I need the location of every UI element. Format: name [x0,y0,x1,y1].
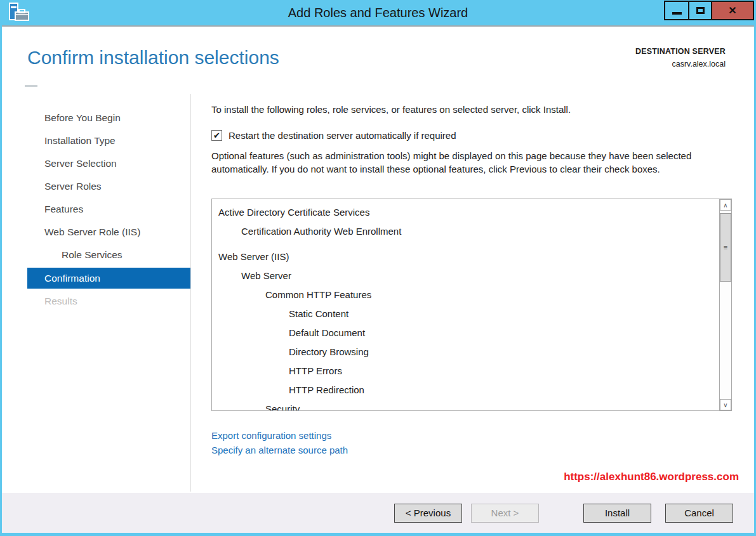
selection-tree-item[interactable]: Common HTTP Features [212,285,719,304]
wizard-step-item[interactable]: Installation Type [27,129,190,152]
window-controls: ✕ [664,1,754,20]
page-title: Confirm installation selections [27,47,279,69]
wizard-step-item[interactable]: Server Roles [27,175,190,198]
previous-button[interactable]: < Previous [394,504,462,523]
selection-tree: Active Directory Certificate Services Ce… [212,199,719,410]
scrollbar-thumb[interactable]: ≡ [720,213,731,282]
selection-tree-item-label: Web Server (IIS) [218,251,289,262]
action-link[interactable]: Export configuration settings [211,428,331,443]
window-title: Add Roles and Features Wizard [288,6,468,20]
server-manager-icon [8,3,30,24]
selection-tree-item-label: Security [265,403,300,410]
minimize-icon [672,12,682,15]
destination-server-block: DESTINATION SERVER casrv.alex.local [635,47,726,69]
wizard-step-label: Confirmation [44,273,100,284]
selection-tree-item-label: Common HTTP Features [265,289,371,300]
optional-features-note: Optional features (such as administratio… [211,149,733,176]
minimize-button[interactable] [665,2,688,19]
titlebar[interactable]: Add Roles and Features Wizard ✕ [2,0,754,27]
selection-tree-item[interactable]: HTTP Redirection [212,381,719,400]
action-links: Export configuration settings Specify an… [211,428,754,457]
wizard-steps-nav: Before You Begin Installation Type Serve… [27,94,190,492]
wizard-step-label: Features [44,204,83,214]
chevron-down-icon: ∨ [723,402,727,409]
checkmark-icon: ✔ [213,131,220,140]
selection-tree-item-label: Web Server [241,270,291,281]
selection-tree-item-label: Active Directory Certificate Services [218,207,369,218]
action-link-label: Specify an alternate source path [211,445,348,455]
cancel-button[interactable]: Cancel [665,504,733,523]
wizard-step-item[interactable]: Before You Begin [27,107,190,129]
maximize-icon [696,7,705,14]
wizard-step-label: Server Selection [44,158,117,169]
action-link-label: Export configuration settings [211,430,331,441]
selection-tree-item-label: Default Document [289,327,365,338]
restart-option-row: ✔ Restart the destination server automat… [211,130,754,141]
watermark-url: https://alexhunt86.wordpress.com [564,471,739,483]
destination-server-name: casrv.alex.local [635,60,726,69]
wizard-button-label: < Previous [406,507,451,518]
wizard-step-item[interactable]: Web Server Role (IIS) [27,221,190,244]
selection-tree-item-label: Static Content [289,308,348,319]
selection-tree-item[interactable]: Default Document [212,324,719,343]
wizard-step-item[interactable]: Features [27,198,190,221]
selection-tree-item[interactable]: Web Server (IIS) [212,247,719,266]
wizard-header: Confirm installation selections DESTINAT… [2,27,754,94]
wizard-step-label: Server Roles [44,181,102,192]
maximize-button[interactable] [688,2,711,19]
action-link[interactable]: Specify an alternate source path [211,443,348,457]
wizard-step-label: Role Services [62,249,123,260]
wizard-window: Add Roles and Features Wizard ✕ Confirm … [0,0,756,536]
wizard-step-label: Results [44,296,77,306]
selection-tree-item-label: Directory Browsing [289,346,369,357]
wizard-button-label: Next > [491,507,519,518]
scroll-up-button[interactable]: ∧ [720,199,731,211]
wizard-button-label: Install [605,507,630,518]
install-button[interactable]: Install [583,504,651,523]
destination-server-label: DESTINATION SERVER [635,47,726,56]
decoration-dash [25,85,37,87]
wizard-footer: < Previous Next > Install Cancel [2,493,754,533]
selection-tree-item[interactable]: HTTP Errors [212,362,719,381]
listbox-scrollbar[interactable]: ∧ ≡ ∨ [719,199,731,410]
scroll-down-button[interactable]: ∨ [720,399,731,410]
wizard-step-label: Web Server Role (IIS) [44,226,140,237]
wizard-step-label: Installation Type [44,135,116,146]
selection-tree-item[interactable]: Static Content [212,304,719,324]
wizard-body: Before You Begin Installation Type Serve… [2,94,754,492]
restart-checkbox[interactable]: ✔ [211,130,222,141]
wizard-step-item[interactable]: Confirmation [27,268,190,289]
selection-tree-item-label: HTTP Errors [289,365,342,376]
next-button[interactable]: Next > [471,504,539,523]
grip-icon: ≡ [724,244,727,251]
selection-tree-item[interactable]: Web Server [212,266,719,285]
chevron-up-icon: ∧ [723,202,727,209]
restart-checkbox-label: Restart the destination server automatic… [229,130,456,141]
close-icon: ✕ [728,4,736,16]
selection-tree-item[interactable]: Security [212,400,719,410]
selection-tree-item[interactable]: Active Directory Certificate Services [212,203,719,222]
wizard-step-item[interactable]: Server Selection [27,152,190,175]
wizard-step-item[interactable]: Role Services [27,244,190,266]
close-button[interactable]: ✕ [711,2,753,19]
selection-tree-item-label: HTTP Redirection [289,384,364,395]
selected-items-listbox: Active Directory Certificate Services Ce… [211,199,732,411]
selection-tree-item[interactable]: Directory Browsing [212,343,719,362]
intro-text: To install the following roles, role ser… [211,103,754,116]
selection-tree-item[interactable]: Certification Authority Web Enrollment [212,222,719,241]
confirmation-content: To install the following roles, role ser… [190,94,754,492]
wizard-button-label: Cancel [684,507,714,518]
wizard-step-item[interactable]: Results [27,290,190,313]
selection-tree-item-label: Certification Authority Web Enrollment [241,226,401,237]
wizard-step-label: Before You Begin [44,112,121,123]
